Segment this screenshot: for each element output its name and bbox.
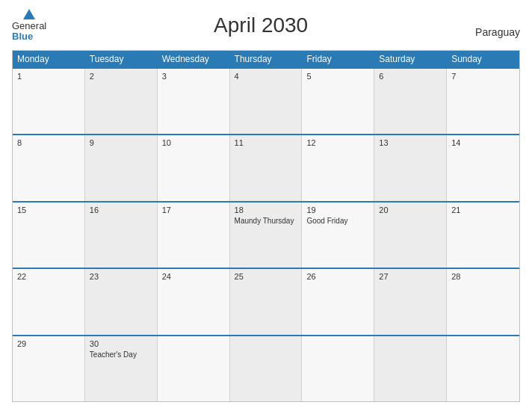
page: General Blue April 2030 Paraguay Monday …: [0, 0, 532, 411]
day-empty-2: [230, 336, 303, 401]
header-friday: Friday: [302, 51, 374, 67]
day-9: 9: [85, 135, 158, 200]
day-23: 23: [85, 269, 158, 334]
country-label: Paraguay: [475, 26, 520, 43]
logo: General Blue: [12, 9, 46, 43]
day-30: 30 Teacher's Day: [85, 336, 158, 401]
day-29: 29: [13, 336, 85, 401]
logo-triangle-icon: [23, 9, 35, 19]
day-20: 20: [374, 203, 447, 268]
day-14: 14: [447, 135, 519, 200]
day-28: 28: [447, 269, 519, 334]
week-3: 15 16 17 18 Maundy Thursday 19 Good Frid…: [13, 201, 519, 268]
week-1: 1 2 3 4 5 6 7: [13, 67, 519, 134]
calendar-body: 1 2 3 4 5 6 7 8 9 10 11 12 13 14 15 16: [13, 67, 519, 401]
day-5: 5: [302, 69, 374, 134]
day-3: 3: [158, 69, 230, 134]
day-15: 15: [13, 203, 85, 268]
day-empty-3: [302, 336, 374, 401]
day-empty-5: [447, 336, 519, 401]
day-1: 1: [13, 69, 85, 134]
event-good-friday: Good Friday: [306, 217, 347, 225]
day-25: 25: [230, 269, 303, 334]
header-wednesday: Wednesday: [158, 51, 230, 67]
event-maundy-thursday: Maundy Thursday: [235, 217, 294, 225]
week-2: 8 9 10 11 12 13 14: [13, 134, 519, 200]
day-8: 8: [13, 135, 85, 200]
header-saturday: Saturday: [374, 51, 447, 67]
day-10: 10: [158, 135, 230, 200]
day-11: 11: [230, 135, 303, 200]
day-18: 18 Maundy Thursday: [230, 203, 303, 268]
day-19: 19 Good Friday: [302, 203, 374, 268]
event-teachers-day: Teacher's Day: [90, 350, 137, 359]
header-sunday: Sunday: [447, 51, 519, 67]
day-2: 2: [85, 69, 158, 134]
day-22: 22: [13, 269, 85, 334]
calendar: Monday Tuesday Wednesday Thursday Friday…: [12, 50, 520, 402]
logo-text: General Blue: [12, 21, 46, 43]
calendar-header: Monday Tuesday Wednesday Thursday Friday…: [13, 51, 519, 67]
day-24: 24: [158, 269, 230, 334]
day-13: 13: [374, 135, 447, 200]
header-tuesday: Tuesday: [85, 51, 158, 67]
day-12: 12: [302, 135, 374, 200]
header: General Blue April 2030 Paraguay: [12, 9, 520, 43]
day-4: 4: [230, 69, 303, 134]
week-5: 29 30 Teacher's Day: [13, 335, 519, 401]
day-empty-4: [374, 336, 447, 401]
day-16: 16: [85, 203, 158, 268]
header-thursday: Thursday: [230, 51, 303, 67]
day-27: 27: [374, 269, 447, 334]
month-title: April 2030: [46, 13, 475, 37]
day-empty-1: [158, 336, 230, 401]
day-21: 21: [447, 203, 519, 268]
day-7: 7: [447, 69, 519, 134]
day-17: 17: [158, 203, 230, 268]
week-4: 22 23 24 25 26 27 28: [13, 268, 519, 334]
header-monday: Monday: [13, 51, 85, 67]
day-26: 26: [302, 269, 374, 334]
day-6: 6: [374, 69, 447, 134]
